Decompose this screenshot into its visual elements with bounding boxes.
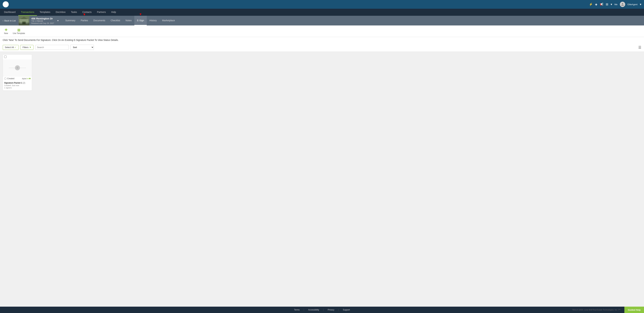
tab-esign[interactable]: ▼ E-Sign bbox=[134, 16, 147, 25]
property-info: 456 Remington Dr TID 1798249 Retained un… bbox=[29, 17, 56, 24]
nav-item-help[interactable]: Help bbox=[108, 9, 119, 16]
svg-point-1 bbox=[622, 3, 623, 4]
toolbar: ✚ New ▦ Use Template bbox=[0, 25, 644, 37]
status-label: Created bbox=[7, 77, 14, 80]
template-icon: ▦ bbox=[17, 28, 20, 32]
new-icon: ✚ bbox=[5, 28, 8, 32]
transaction-bar: ‹ Back to List 456 Remington Dr TID 1798… bbox=[0, 16, 644, 25]
card-preview bbox=[3, 59, 32, 76]
content-area: Created digital ink Signature Packet 1 (… bbox=[0, 52, 644, 307]
footer-copyright: TM & © 2020, Lone Wolf Real Estate Techn… bbox=[572, 309, 620, 311]
filters-label: Filters bbox=[22, 46, 28, 49]
card-signers: 1 signers bbox=[4, 87, 30, 89]
svg-point-0 bbox=[4, 3, 8, 6]
nav-item-transactions[interactable]: Transactions bbox=[18, 9, 37, 16]
footer: Terms | Accessibility | Privacy | Suppor… bbox=[0, 307, 644, 313]
main-nav: Dashboard Transactions Templates DocInbo… bbox=[0, 9, 644, 16]
tab-checklist[interactable]: Checklist bbox=[108, 16, 123, 25]
footer-accessibility[interactable]: Accessibility bbox=[308, 309, 319, 311]
svg-rect-5 bbox=[22, 22, 26, 24]
footer-terms[interactable]: Terms bbox=[294, 309, 300, 311]
card-created: Created: Just now bbox=[4, 84, 30, 86]
property-address: 456 Remington Dr bbox=[31, 17, 54, 20]
new-button[interactable]: ✚ New bbox=[3, 27, 10, 35]
user-label: Me bbox=[614, 3, 618, 6]
select-all-label: Select All bbox=[5, 46, 14, 49]
avatar[interactable] bbox=[620, 2, 625, 7]
use-template-button[interactable]: ▦ Use Template bbox=[12, 27, 26, 35]
guided-help-button[interactable]: Guided Help bbox=[624, 307, 644, 313]
instruction-text: Click 'New' To Send Documents For Signat… bbox=[0, 37, 644, 43]
top-nav: ⚡ ◈ 📢 ⊞ ▾ Me EliteAgent ▾ bbox=[0, 0, 644, 9]
agent-label: EliteAgent bbox=[628, 3, 638, 6]
property-dropdown-icon[interactable]: ▾ bbox=[56, 19, 60, 22]
logo[interactable] bbox=[3, 1, 9, 7]
filters-button[interactable]: Filters ▼ bbox=[20, 45, 33, 50]
view-toggle-button[interactable]: ☰ bbox=[638, 45, 641, 49]
transaction-tabs: Summary ▼ Parties Documents Checklist No… bbox=[62, 16, 178, 25]
funnel-icon: ▼ bbox=[29, 46, 31, 49]
back-to-list-button[interactable]: ‹ Back to List bbox=[0, 16, 18, 25]
tab-notes[interactable]: Notes bbox=[123, 16, 134, 25]
card-title: Signature Packet 1 (2) bbox=[4, 82, 30, 84]
footer-support[interactable]: Support bbox=[343, 309, 350, 311]
property-retained: Retained until Sep 29, 2027 bbox=[31, 22, 54, 24]
nav-item-dashboard[interactable]: Dashboard bbox=[1, 9, 18, 16]
nav-item-tasks[interactable]: Tasks bbox=[68, 9, 80, 16]
card-status: Created bbox=[4, 77, 14, 80]
property-thumbnail bbox=[18, 16, 29, 25]
nav-item-partners[interactable]: Partners bbox=[94, 9, 108, 16]
tab-documents[interactable]: Documents bbox=[91, 16, 108, 25]
filter-bar: Select All ✓ Filters ▼ Sort Name Date Cr… bbox=[0, 43, 644, 52]
search-input[interactable] bbox=[35, 45, 69, 50]
nav-item-templates[interactable]: Templates bbox=[37, 9, 53, 16]
esign-red-arrow: ▼ bbox=[139, 13, 142, 16]
grid-icon[interactable]: ⊞ bbox=[606, 2, 608, 6]
nav-item-docinbox[interactable]: DocInbox bbox=[53, 9, 68, 16]
tab-history[interactable]: History bbox=[147, 16, 160, 25]
bell-icon[interactable]: 📢 bbox=[600, 2, 604, 6]
back-to-list-label: Back to List bbox=[4, 19, 16, 22]
card-status-row: Created digital ink bbox=[3, 76, 32, 81]
tab-marketplace[interactable]: Marketplace bbox=[160, 16, 178, 25]
flash-icon[interactable]: ⚡ bbox=[589, 2, 593, 6]
agent-dropdown-icon[interactable]: ▾ bbox=[640, 2, 641, 6]
property-tid: TID 1798249 bbox=[31, 20, 54, 22]
digital-ink-text: digital bbox=[22, 78, 26, 80]
digital-ink-dot bbox=[29, 78, 30, 79]
card-checkbox[interactable] bbox=[4, 56, 6, 58]
digital-ink-logo: digital ink bbox=[22, 78, 30, 80]
tab-summary[interactable]: Summary bbox=[62, 16, 78, 25]
tab-parties[interactable]: ▼ Parties bbox=[78, 16, 91, 25]
gem-icon[interactable]: ◈ bbox=[595, 2, 598, 6]
select-all-button[interactable]: Select All ✓ bbox=[3, 45, 18, 50]
parties-red-arrow: ▼ bbox=[83, 13, 86, 16]
checkmark-icon: ✓ bbox=[14, 46, 16, 49]
chevron-down-icon[interactable]: ▾ bbox=[611, 2, 612, 6]
card-checkbox-area bbox=[3, 55, 32, 59]
footer-privacy[interactable]: Privacy bbox=[328, 309, 334, 311]
back-arrow-icon: ‹ bbox=[3, 19, 3, 22]
top-nav-right: ⚡ ◈ 📢 ⊞ ▾ Me EliteAgent ▾ bbox=[589, 2, 641, 7]
sort-select[interactable]: Sort Name Date Created Status bbox=[70, 45, 94, 50]
status-radio bbox=[4, 77, 6, 80]
nav-item-contacts[interactable]: Contacts bbox=[80, 9, 94, 16]
cards-container: Created digital ink Signature Packet 1 (… bbox=[3, 54, 641, 91]
card-info: Signature Packet 1 (2) Created: Just now… bbox=[3, 81, 32, 90]
signature-card[interactable]: Created digital ink Signature Packet 1 (… bbox=[3, 54, 32, 91]
